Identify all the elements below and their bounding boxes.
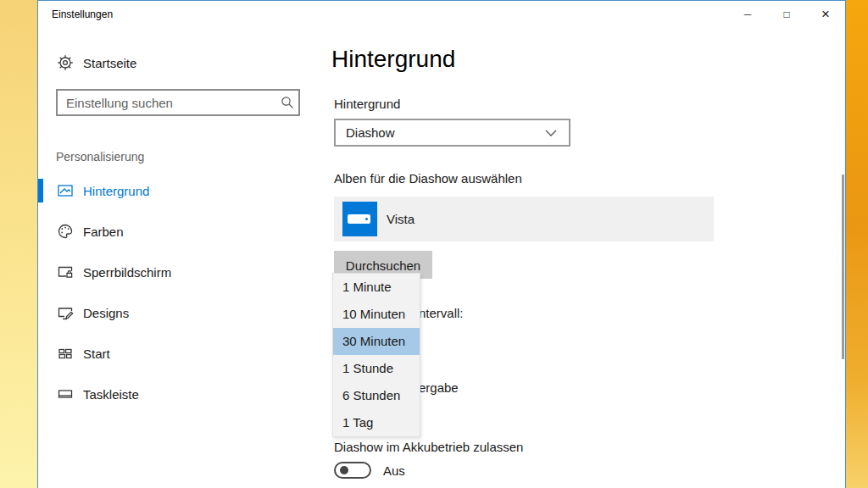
album-name: Vista xyxy=(387,197,415,241)
toggle-state-label: Aus xyxy=(383,463,405,478)
selected-indicator-bar xyxy=(38,179,43,202)
album-item-vista[interactable]: Vista xyxy=(334,197,714,241)
sidebar-item-hintergrund[interactable]: Hintergrund xyxy=(38,174,318,208)
start-tiles-icon xyxy=(57,345,74,362)
sidebar-item-label: Designs xyxy=(83,306,129,320)
themes-icon xyxy=(57,304,74,321)
sidebar-item-start[interactable]: Start xyxy=(38,336,318,370)
battery-slideshow-label: Diashow im Akkubetrieb zulassen xyxy=(334,440,523,454)
background-type-value: Diashow xyxy=(346,125,395,140)
interval-label-fragment: ntervall: xyxy=(419,306,464,320)
sidebar-nav: Hintergrund Farben xyxy=(38,174,318,411)
close-button[interactable]: × xyxy=(806,1,845,28)
interval-option-1-minute[interactable]: 1 Minute xyxy=(333,274,420,301)
search-box xyxy=(56,89,300,116)
palette-icon xyxy=(57,223,74,240)
interval-option-10-minuten[interactable]: 10 Minuten xyxy=(333,301,420,328)
sidebar-section-label: Personalisierung xyxy=(56,150,144,164)
vertical-scrollbar[interactable] xyxy=(842,175,844,359)
sidebar-item-label: Hintergrund xyxy=(83,184,149,198)
sidebar-item-sperrbildschirm[interactable]: Sperrbildschirm xyxy=(38,255,318,289)
desktop-background-left xyxy=(0,0,38,488)
album-thumbnail-icon xyxy=(342,202,377,236)
sidebar-item-label: Startseite xyxy=(83,56,136,70)
caption-buttons: ─ □ × xyxy=(728,1,845,28)
chevron-down-icon xyxy=(545,130,557,136)
album-thumbnail-dot xyxy=(365,218,368,220)
taskbar-icon xyxy=(57,385,74,402)
interval-option-6-stunden[interactable]: 6 Stunden xyxy=(333,382,420,409)
search-input[interactable] xyxy=(58,91,276,114)
maximize-icon: □ xyxy=(783,8,789,20)
titlebar: Einstellungen ─ □ × xyxy=(38,1,845,28)
window-title: Einstellungen xyxy=(52,8,113,20)
toggle-knob xyxy=(340,466,348,474)
shuffle-label-fragment: ergabe xyxy=(419,380,459,395)
desktop-background-right xyxy=(846,0,868,488)
sidebar-item-farben[interactable]: Farben xyxy=(38,214,318,248)
album-thumbnail-bar xyxy=(348,214,370,224)
settings-window: Einstellungen ─ □ × Startseite xyxy=(37,0,846,488)
sidebar-item-taskleiste[interactable]: Taskleiste xyxy=(38,377,318,411)
interval-dropdown-list: 1 Minute 10 Minuten 30 Minuten 1 Stunde … xyxy=(332,273,420,437)
sidebar-item-label: Sperrbildschirm xyxy=(83,265,171,280)
close-icon: × xyxy=(821,6,830,23)
albums-section-label: Alben für die Diashow auswählen xyxy=(334,171,522,186)
interval-option-1-tag[interactable]: 1 Tag xyxy=(333,409,420,436)
sidebar-item-designs[interactable]: Designs xyxy=(38,296,318,330)
sidebar-item-label: Farben xyxy=(83,225,124,239)
lock-screen-icon xyxy=(57,263,74,280)
gear-icon xyxy=(57,54,74,71)
minimize-button[interactable]: ─ xyxy=(728,1,767,28)
sidebar-item-home[interactable]: Startseite xyxy=(38,46,318,80)
interval-option-1-stunde[interactable]: 1 Stunde xyxy=(333,355,420,382)
search-icon[interactable] xyxy=(276,96,298,109)
minimize-icon: ─ xyxy=(744,8,752,20)
sidebar-item-label: Taskleiste xyxy=(83,387,139,402)
sidebar-item-label: Start xyxy=(83,347,110,361)
picture-icon xyxy=(57,182,74,199)
background-field-label: Hintergrund xyxy=(334,97,400,111)
background-type-dropdown[interactable]: Diashow xyxy=(334,119,570,147)
interval-option-30-minuten[interactable]: 30 Minuten xyxy=(333,328,420,355)
battery-slideshow-toggle[interactable] xyxy=(334,462,371,479)
maximize-button[interactable]: □ xyxy=(767,1,806,28)
page-title: Hintergrund xyxy=(331,46,455,73)
